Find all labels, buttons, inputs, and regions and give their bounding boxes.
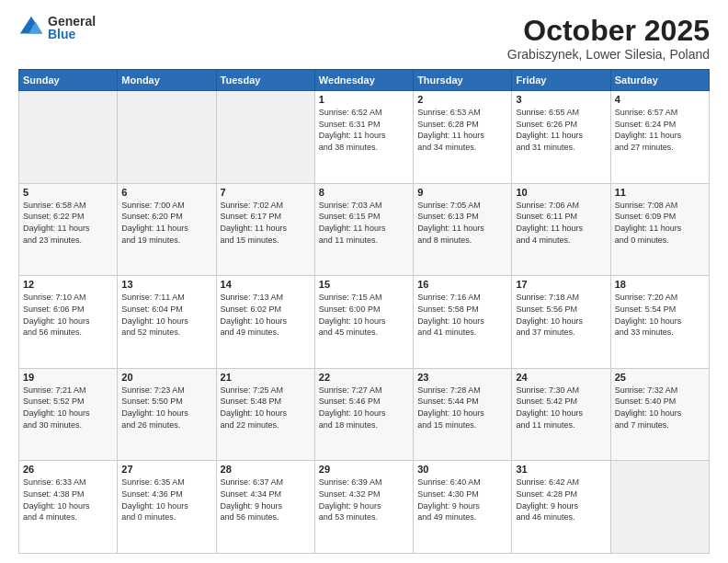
calendar-cell-w2-d3: 8Sunrise: 7:03 AM Sunset: 6:15 PM Daylig… [314,183,413,276]
col-monday: Monday [118,70,216,91]
day-info: Sunrise: 7:25 AM Sunset: 5:48 PM Dayligh… [221,385,311,431]
day-number: 1 [319,94,409,105]
logo-text: General Blue [48,15,96,40]
logo-icon [18,15,44,40]
calendar-cell-w2-d0: 5Sunrise: 6:58 AM Sunset: 6:22 PM Daylig… [19,183,118,276]
day-number: 29 [319,464,409,475]
title-block: October 2025 Grabiszynek, Lower Silesia,… [507,15,710,62]
day-info: Sunrise: 7:27 AM Sunset: 5:46 PM Dayligh… [319,385,409,431]
calendar-cell-w3-d4: 16Sunrise: 7:16 AM Sunset: 5:58 PM Dayli… [414,276,512,369]
day-info: Sunrise: 7:18 AM Sunset: 5:56 PM Dayligh… [516,292,606,338]
day-number: 31 [516,464,606,475]
header: General Blue October 2025 Grabiszynek, L… [18,15,710,62]
day-info: Sunrise: 7:13 AM Sunset: 6:02 PM Dayligh… [221,292,311,338]
logo-general-text: General [48,15,96,28]
calendar-cell-w2-d1: 6Sunrise: 7:00 AM Sunset: 6:20 PM Daylig… [118,183,216,276]
calendar-week-4: 19Sunrise: 7:21 AM Sunset: 5:52 PM Dayli… [19,368,710,461]
day-info: Sunrise: 7:30 AM Sunset: 5:42 PM Dayligh… [516,385,606,431]
day-info: Sunrise: 6:33 AM Sunset: 4:38 PM Dayligh… [23,477,113,523]
calendar-week-3: 12Sunrise: 7:10 AM Sunset: 6:06 PM Dayli… [19,276,710,369]
logo: General Blue [18,15,96,40]
day-info: Sunrise: 7:00 AM Sunset: 6:20 PM Dayligh… [121,200,211,246]
calendar-cell-w5-d6 [610,461,709,554]
calendar-cell-w4-d5: 24Sunrise: 7:30 AM Sunset: 5:42 PM Dayli… [512,368,610,461]
day-number: 30 [417,464,507,475]
day-number: 5 [23,187,113,198]
calendar-cell-w3-d6: 18Sunrise: 7:20 AM Sunset: 5:54 PM Dayli… [610,276,709,369]
day-number: 10 [516,187,606,198]
day-info: Sunrise: 7:23 AM Sunset: 5:50 PM Dayligh… [121,385,211,431]
day-info: Sunrise: 6:40 AM Sunset: 4:30 PM Dayligh… [417,477,507,523]
calendar-cell-w2-d6: 11Sunrise: 7:08 AM Sunset: 6:09 PM Dayli… [610,183,709,276]
day-number: 2 [417,94,507,105]
calendar-table: Sunday Monday Tuesday Wednesday Thursday… [18,69,710,554]
day-number: 25 [615,372,705,383]
calendar-cell-w5-d2: 28Sunrise: 6:37 AM Sunset: 4:34 PM Dayli… [216,461,314,554]
col-tuesday: Tuesday [216,70,314,91]
calendar-cell-w2-d2: 7Sunrise: 7:02 AM Sunset: 6:17 PM Daylig… [216,183,314,276]
day-number: 9 [417,187,507,198]
day-number: 24 [516,372,606,383]
day-info: Sunrise: 7:20 AM Sunset: 5:54 PM Dayligh… [615,292,705,338]
day-number: 4 [615,94,705,105]
calendar-cell-w5-d1: 27Sunrise: 6:35 AM Sunset: 4:36 PM Dayli… [118,461,216,554]
col-wednesday: Wednesday [314,70,413,91]
day-info: Sunrise: 7:02 AM Sunset: 6:17 PM Dayligh… [221,200,311,246]
day-number: 7 [221,187,311,198]
day-info: Sunrise: 7:32 AM Sunset: 5:40 PM Dayligh… [615,385,705,431]
page: General Blue October 2025 Grabiszynek, L… [0,0,728,563]
calendar-cell-w2-d5: 10Sunrise: 7:06 AM Sunset: 6:11 PM Dayli… [512,183,610,276]
col-saturday: Saturday [610,70,709,91]
day-number: 15 [319,279,409,290]
day-number: 28 [221,464,311,475]
calendar-cell-w1-d0 [19,91,118,184]
day-info: Sunrise: 7:10 AM Sunset: 6:06 PM Dayligh… [23,292,113,338]
calendar-cell-w3-d3: 15Sunrise: 7:15 AM Sunset: 6:00 PM Dayli… [314,276,413,369]
day-number: 8 [319,187,409,198]
day-number: 22 [319,372,409,383]
day-info: Sunrise: 6:55 AM Sunset: 6:26 PM Dayligh… [516,107,606,153]
calendar-week-1: 1Sunrise: 6:52 AM Sunset: 6:31 PM Daylig… [19,91,710,184]
calendar-cell-w5-d4: 30Sunrise: 6:40 AM Sunset: 4:30 PM Dayli… [414,461,512,554]
day-number: 12 [23,279,113,290]
calendar-cell-w5-d0: 26Sunrise: 6:33 AM Sunset: 4:38 PM Dayli… [19,461,118,554]
calendar-cell-w1-d1 [118,91,216,184]
calendar-cell-w5-d3: 29Sunrise: 6:39 AM Sunset: 4:32 PM Dayli… [314,461,413,554]
day-number: 14 [221,279,311,290]
calendar-cell-w3-d1: 13Sunrise: 7:11 AM Sunset: 6:04 PM Dayli… [118,276,216,369]
day-info: Sunrise: 7:11 AM Sunset: 6:04 PM Dayligh… [121,292,211,338]
day-info: Sunrise: 6:39 AM Sunset: 4:32 PM Dayligh… [319,477,409,523]
calendar-cell-w1-d4: 2Sunrise: 6:53 AM Sunset: 6:28 PM Daylig… [414,91,512,184]
day-info: Sunrise: 7:05 AM Sunset: 6:13 PM Dayligh… [417,200,507,246]
calendar-cell-w4-d1: 20Sunrise: 7:23 AM Sunset: 5:50 PM Dayli… [118,368,216,461]
col-thursday: Thursday [414,70,512,91]
day-number: 17 [516,279,606,290]
day-info: Sunrise: 6:57 AM Sunset: 6:24 PM Dayligh… [615,107,705,153]
day-number: 26 [23,464,113,475]
day-info: Sunrise: 7:15 AM Sunset: 6:00 PM Dayligh… [319,292,409,338]
day-info: Sunrise: 7:16 AM Sunset: 5:58 PM Dayligh… [417,292,507,338]
calendar-cell-w3-d0: 12Sunrise: 7:10 AM Sunset: 6:06 PM Dayli… [19,276,118,369]
day-number: 6 [121,187,211,198]
day-number: 3 [516,94,606,105]
day-info: Sunrise: 6:37 AM Sunset: 4:34 PM Dayligh… [221,477,311,523]
day-number: 16 [417,279,507,290]
calendar-cell-w5-d5: 31Sunrise: 6:42 AM Sunset: 4:28 PM Dayli… [512,461,610,554]
calendar-location: Grabiszynek, Lower Silesia, Poland [507,47,710,62]
calendar-cell-w2-d4: 9Sunrise: 7:05 AM Sunset: 6:13 PM Daylig… [414,183,512,276]
col-friday: Friday [512,70,610,91]
calendar-cell-w3-d2: 14Sunrise: 7:13 AM Sunset: 6:02 PM Dayli… [216,276,314,369]
calendar-header-row: Sunday Monday Tuesday Wednesday Thursday… [19,70,710,91]
day-info: Sunrise: 6:35 AM Sunset: 4:36 PM Dayligh… [121,477,211,523]
day-number: 18 [615,279,705,290]
calendar-week-5: 26Sunrise: 6:33 AM Sunset: 4:38 PM Dayli… [19,461,710,554]
day-number: 13 [121,279,211,290]
calendar-cell-w1-d5: 3Sunrise: 6:55 AM Sunset: 6:26 PM Daylig… [512,91,610,184]
day-number: 20 [121,372,211,383]
calendar-cell-w4-d2: 21Sunrise: 7:25 AM Sunset: 5:48 PM Dayli… [216,368,314,461]
day-info: Sunrise: 6:42 AM Sunset: 4:28 PM Dayligh… [516,477,606,523]
calendar-cell-w1-d2 [216,91,314,184]
day-number: 21 [221,372,311,383]
calendar-cell-w1-d3: 1Sunrise: 6:52 AM Sunset: 6:31 PM Daylig… [314,91,413,184]
day-info: Sunrise: 6:58 AM Sunset: 6:22 PM Dayligh… [23,200,113,246]
